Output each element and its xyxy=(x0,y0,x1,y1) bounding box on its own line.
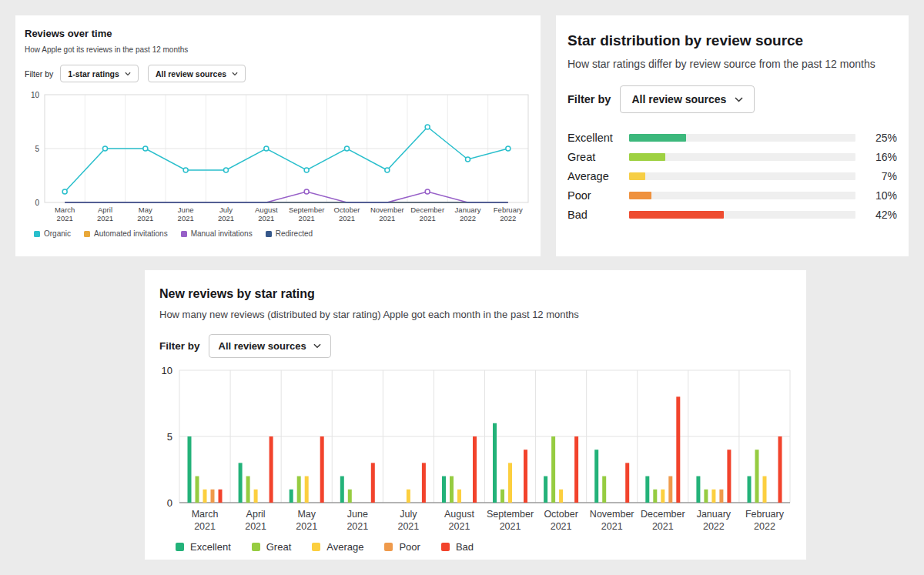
chevron-down-icon xyxy=(125,72,131,76)
svg-text:September: September xyxy=(487,509,534,520)
rating-label: Poor xyxy=(567,189,629,202)
svg-text:2021: 2021 xyxy=(218,214,234,222)
svg-text:10: 10 xyxy=(162,367,172,376)
legend-label: Excellent xyxy=(190,541,231,553)
legend-item: Excellent xyxy=(176,541,231,553)
svg-text:March: March xyxy=(192,509,219,520)
svg-text:0: 0 xyxy=(167,497,172,509)
bar-fill xyxy=(629,211,724,219)
distribution-row: Excellent25% xyxy=(567,128,897,147)
star-distribution-title: Star distribution by review source xyxy=(567,32,897,49)
svg-text:2021: 2021 xyxy=(601,521,623,532)
svg-text:September: September xyxy=(289,206,324,214)
filter-row: Filter by 1-star ratings All review sour… xyxy=(25,65,531,82)
svg-text:2021: 2021 xyxy=(420,214,436,222)
legend-item: Average xyxy=(312,541,363,553)
legend-swatch xyxy=(34,231,40,237)
svg-text:December: December xyxy=(410,206,444,214)
reviews-over-time-legend: OrganicAutomated invitationsManual invit… xyxy=(34,229,531,238)
new-reviews-card: New reviews by star rating How many new … xyxy=(145,270,806,560)
svg-text:June: June xyxy=(347,509,368,520)
svg-text:2021: 2021 xyxy=(137,214,153,222)
distribution-row: Poor10% xyxy=(567,186,897,205)
bar-track xyxy=(629,134,855,142)
svg-text:January: January xyxy=(697,509,732,520)
bar-track xyxy=(629,172,855,180)
svg-text:2021: 2021 xyxy=(339,214,355,222)
bar-fill xyxy=(629,172,645,180)
legend-item: Redirected xyxy=(266,229,313,238)
dropdown-value: All review sources xyxy=(631,93,726,105)
svg-text:10: 10 xyxy=(31,91,40,99)
rating-label: Excellent xyxy=(567,132,629,144)
svg-text:August: August xyxy=(444,509,474,520)
svg-text:2022: 2022 xyxy=(754,521,775,532)
legend-swatch xyxy=(384,543,393,551)
rating-label: Great xyxy=(567,151,629,163)
filter-by-label: Filter by xyxy=(25,69,53,79)
dropdown-value: 1-star ratings xyxy=(68,69,119,79)
review-source-filter-dropdown[interactable]: All review sources xyxy=(209,334,331,358)
star-distribution-card: Star distribution by review source How s… xyxy=(556,15,909,256)
new-reviews-title: New reviews by star rating xyxy=(159,287,792,301)
svg-text:2021: 2021 xyxy=(245,521,266,532)
filter-row: Filter by All review sources xyxy=(567,85,897,113)
review-source-filter-dropdown[interactable]: All review sources xyxy=(620,85,755,113)
svg-text:2021: 2021 xyxy=(551,521,572,532)
svg-text:April: April xyxy=(246,509,266,520)
legend-item: Organic xyxy=(34,229,71,238)
percentage-value: 7% xyxy=(866,170,897,182)
legend-swatch xyxy=(84,231,90,237)
legend-label: Bad xyxy=(456,541,474,553)
new-reviews-subtitle: How many new reviews (distributed by sta… xyxy=(159,309,792,320)
bar-fill xyxy=(629,192,651,199)
legend-item: Manual invitations xyxy=(181,229,253,238)
rating-label: Bad xyxy=(567,209,629,221)
legend-swatch xyxy=(441,543,450,551)
svg-text:2021: 2021 xyxy=(258,214,274,222)
legend-label: Poor xyxy=(399,541,420,553)
percentage-value: 42% xyxy=(866,209,897,221)
bar-track xyxy=(629,153,855,161)
svg-text:2021: 2021 xyxy=(194,521,216,532)
svg-text:July: July xyxy=(219,206,233,214)
distribution-row: Average7% xyxy=(567,166,897,186)
svg-text:March: March xyxy=(55,206,75,214)
filter-by-label: Filter by xyxy=(159,340,200,352)
svg-text:2021: 2021 xyxy=(379,214,395,222)
svg-text:2021: 2021 xyxy=(299,214,315,222)
filter-row: Filter by All review sources xyxy=(159,334,792,358)
chevron-down-icon xyxy=(313,343,321,349)
svg-text:May: May xyxy=(297,509,316,520)
legend-swatch xyxy=(266,231,272,237)
legend-item: Great xyxy=(252,541,292,553)
chevron-down-icon xyxy=(735,97,743,102)
star-distribution-subtitle: How star ratings differ by review source… xyxy=(567,58,897,70)
star-distribution-chart: Excellent25%Great16%Average7%Poor10%Bad4… xyxy=(567,128,897,224)
legend-label: Redirected xyxy=(276,229,313,238)
bar-fill xyxy=(629,134,686,142)
legend-label: Manual invitations xyxy=(191,229,253,238)
reviews-over-time-chart: 0510March2021April2021May2021June2021Jul… xyxy=(25,90,531,226)
svg-text:2021: 2021 xyxy=(97,214,113,222)
svg-text:2021: 2021 xyxy=(500,521,521,532)
svg-text:June: June xyxy=(178,206,194,214)
bar-track xyxy=(629,192,855,199)
review-source-filter-dropdown[interactable]: All review sources xyxy=(148,65,246,82)
star-rating-filter-dropdown[interactable]: 1-star ratings xyxy=(60,65,139,82)
svg-text:August: August xyxy=(255,206,278,214)
legend-swatch xyxy=(252,543,260,551)
bar-track xyxy=(629,211,855,219)
legend-swatch xyxy=(176,543,184,551)
svg-text:2021: 2021 xyxy=(397,521,419,532)
percentage-value: 16% xyxy=(866,151,897,163)
legend-label: Average xyxy=(326,541,363,553)
svg-text:5: 5 xyxy=(167,431,172,443)
svg-text:2021: 2021 xyxy=(652,521,674,532)
legend-swatch xyxy=(312,543,320,551)
legend-label: Automated invitations xyxy=(94,229,168,238)
svg-text:2021: 2021 xyxy=(178,214,194,222)
bar-fill xyxy=(629,153,665,161)
analytics-dashboard: Reviews over time How Apple got its revi… xyxy=(0,0,924,575)
svg-text:2021: 2021 xyxy=(57,214,73,222)
